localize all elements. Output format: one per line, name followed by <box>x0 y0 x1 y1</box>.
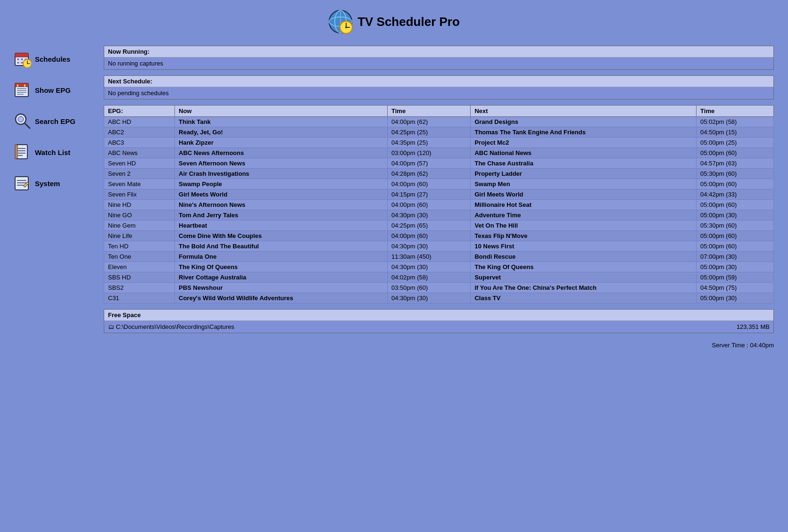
epg-next-time: 05:30pm (60) <box>697 221 774 231</box>
epg-next-show: 10 News First <box>471 241 697 252</box>
epg-now-time: 04:00pm (60) <box>388 231 471 241</box>
sidebar: Schedules Show EPG <box>14 46 94 333</box>
epg-next-time: 05:00pm (60) <box>697 231 774 241</box>
epg-channel: Seven HD <box>104 158 175 169</box>
epg-now-show: The Bold And The Beautiful <box>175 241 388 252</box>
server-time: Server Time : 04:40pm <box>0 338 788 352</box>
free-space-header: Free Space <box>104 310 773 321</box>
epg-channel: Seven Flix <box>104 189 175 200</box>
epg-next-time: 05:02pm (58) <box>697 117 774 127</box>
epg-now-time: 04:25pm (65) <box>388 221 471 231</box>
epg-next-time: 05:00pm (60) <box>697 179 774 189</box>
sidebar-system-label: System <box>35 180 60 188</box>
epg-now-show: PBS Newshour <box>175 283 388 293</box>
epg-next-show: ABC National News <box>471 148 697 158</box>
epg-now-show: Tom And Jerry Tales <box>175 210 388 221</box>
svg-point-30 <box>18 116 24 122</box>
svg-point-7 <box>345 26 347 28</box>
epg-now-time: 11:30am (450) <box>388 252 471 262</box>
epg-row[interactable]: Nine LifeCome Dine With Me Couples04:00p… <box>104 231 774 241</box>
epg-now-show: Air Crash Investigations <box>175 169 388 179</box>
epg-row[interactable]: ABC3Hank Zipzer04:35pm (25)Project Mc205… <box>104 138 774 148</box>
epg-next-show: If You Are The One: China's Perfect Matc… <box>471 283 697 293</box>
epg-now-time: 04:00pm (57) <box>388 158 471 169</box>
epg-row[interactable]: C31Corey's Wild World Wildlife Adventure… <box>104 293 774 303</box>
next-schedule-value: No pending schedules <box>104 87 773 99</box>
epg-row[interactable]: Seven MateSwamp People04:00pm (60)Swamp … <box>104 179 774 189</box>
epg-row[interactable]: Ten OneFormula One11:30am (450)Bondi Res… <box>104 252 774 262</box>
epg-row[interactable]: Nine HDNine's Afternoon News04:00pm (60)… <box>104 200 774 210</box>
epg-next-show: Millionaire Hot Seat <box>471 200 697 210</box>
epg-channel: Nine Life <box>104 231 175 241</box>
svg-rect-27 <box>24 84 25 87</box>
epg-now-show: Heartbeat <box>175 221 388 231</box>
free-space-value: 🗂 C:\Documents\Videos\Recordings\Capture… <box>104 321 773 333</box>
epg-now-show: Corey's Wild World Wildlife Adventures <box>175 293 388 303</box>
epg-next-show: Adventure Time <box>471 210 697 221</box>
epg-next-time: 05:00pm (59) <box>697 272 774 283</box>
svg-rect-14 <box>17 62 19 64</box>
epg-channel: Ten One <box>104 252 175 262</box>
free-space-path-icon: 🗂 <box>108 323 114 330</box>
epg-row[interactable]: ABC HDThink Tank04:00pm (62)Grand Design… <box>104 117 774 127</box>
epg-next-time: 07:00pm (30) <box>697 252 774 262</box>
epg-channel: ABC2 <box>104 127 175 138</box>
epg-now-time: 04:00pm (60) <box>388 179 471 189</box>
epg-row[interactable]: Nine GemHeartbeat04:25pm (65)Vet On The … <box>104 221 774 231</box>
sidebar-item-search-epg[interactable]: Search EPG <box>14 113 94 130</box>
show-epg-icon <box>14 82 31 98</box>
epg-now-show: ABC News Afternoons <box>175 148 388 158</box>
epg-now-show: Hank Zipzer <box>175 138 388 148</box>
epg-next-show: Swamp Men <box>471 179 697 189</box>
epg-channel: Eleven <box>104 262 175 272</box>
app-title: TV Scheduler Pro <box>357 15 460 29</box>
epg-now-time: 04:30pm (30) <box>388 293 471 303</box>
epg-row[interactable]: SBS HDRiver Cottage Australia04:02pm (58… <box>104 272 774 283</box>
epg-row[interactable]: ABC NewsABC News Afternoons03:00pm (120)… <box>104 148 774 158</box>
epg-next-show: Grand Designs <box>471 117 697 127</box>
epg-next-time: 05:00pm (30) <box>697 293 774 303</box>
svg-rect-11 <box>17 58 19 60</box>
svg-rect-36 <box>15 145 17 159</box>
epg-next-time: 05:00pm (60) <box>697 241 774 252</box>
now-running-value: No running captures <box>104 57 773 69</box>
epg-next-show: Thomas The Tank Engine And Friends <box>471 127 697 138</box>
epg-next-time: 05:00pm (30) <box>697 210 774 221</box>
sidebar-item-system[interactable]: System <box>14 175 94 192</box>
app-header: TV Scheduler Pro <box>0 0 788 41</box>
epg-next-time: 05:30pm (60) <box>697 169 774 179</box>
epg-now-show: Swamp People <box>175 179 388 189</box>
sidebar-item-watch-list[interactable]: Watch List <box>14 144 94 161</box>
sidebar-item-schedules[interactable]: Schedules <box>14 50 94 67</box>
col-next-time: Time <box>697 106 774 117</box>
epg-row[interactable]: ElevenThe King Of Queens04:30pm (30)The … <box>104 262 774 272</box>
epg-now-time: 04:30pm (30) <box>388 262 471 272</box>
sidebar-item-show-epg[interactable]: Show EPG <box>14 82 94 98</box>
epg-next-show: Vet On The Hill <box>471 221 697 231</box>
epg-row[interactable]: ABC2Ready, Jet, Go!04:25pm (25)Thomas Th… <box>104 127 774 138</box>
epg-row[interactable]: Ten HDThe Bold And The Beautiful04:30pm … <box>104 241 774 252</box>
epg-row[interactable]: SBS2PBS Newshour03:50pm (60)If You Are T… <box>104 283 774 293</box>
epg-now-time: 04:00pm (62) <box>388 117 471 127</box>
now-running-header: Now Running: <box>104 46 773 57</box>
epg-row[interactable]: Seven FlixGirl Meets World04:15pm (27)Gi… <box>104 189 774 200</box>
epg-next-time: 04:50pm (75) <box>697 283 774 293</box>
epg-channel: ABC3 <box>104 138 175 148</box>
sidebar-show-epg-label: Show EPG <box>35 86 71 94</box>
main-content: Now Running: No running captures Next Sc… <box>104 46 774 333</box>
epg-next-show: Class TV <box>471 293 697 303</box>
free-space-size: 123,351 MB <box>737 323 770 330</box>
epg-channel: Seven Mate <box>104 179 175 189</box>
epg-next-time: 04:57pm (63) <box>697 158 774 169</box>
epg-next-show: Bondi Rescue <box>471 252 697 262</box>
epg-next-time: 05:00pm (30) <box>697 262 774 272</box>
epg-row[interactable]: Nine GOTom And Jerry Tales04:30pm (30)Ad… <box>104 210 774 221</box>
epg-row[interactable]: Seven 2Air Crash Investigations04:28pm (… <box>104 169 774 179</box>
epg-now-show: Think Tank <box>175 117 388 127</box>
epg-next-show: The Chase Australia <box>471 158 697 169</box>
epg-channel: Nine Gem <box>104 221 175 231</box>
epg-channel: SBS HD <box>104 272 175 283</box>
svg-rect-12 <box>21 58 23 60</box>
epg-row[interactable]: Seven HDSeven Afternoon News04:00pm (57)… <box>104 158 774 169</box>
sidebar-watch-list-label: Watch List <box>35 148 70 156</box>
